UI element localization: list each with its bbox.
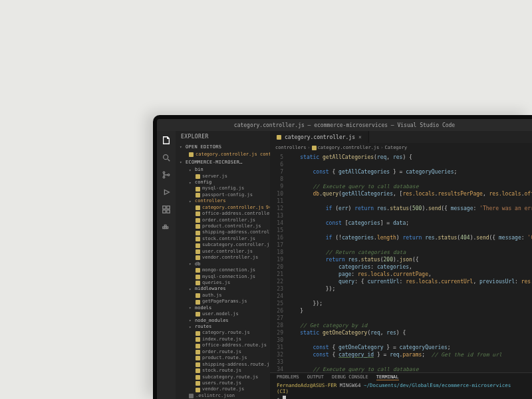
- chevron-down-icon: ▾: [189, 199, 193, 204]
- file-item[interactable]: product.route.js: [181, 355, 270, 361]
- terminal-line[interactable]: FernandoAdz@ASUS-FER MINGW64 ~/Documents…: [270, 382, 532, 395]
- chevron-down-icon: ▾: [189, 325, 193, 330]
- js-file-icon: [196, 174, 200, 179]
- js-file-icon: [312, 146, 317, 150]
- js-file-icon: [196, 362, 200, 367]
- file-item[interactable]: order.controller.js: [181, 217, 270, 223]
- breadcrumb-segment[interactable]: controllers: [275, 145, 306, 150]
- svg-point-2: [163, 176, 165, 178]
- file-item[interactable]: mysql-config.js: [181, 186, 270, 192]
- js-file-icon: [196, 211, 200, 216]
- panel-tab-debug-console[interactable]: DEBUG CONSOLE: [332, 374, 368, 380]
- open-editors-header[interactable]: ▾ OPEN EDITORS: [176, 143, 270, 152]
- breadcrumb[interactable]: controllers › category.controller.js › C…: [270, 143, 532, 152]
- js-file-icon: [196, 281, 200, 285]
- file-item[interactable]: index.route.js: [181, 336, 270, 342]
- chevron-down-icon: ▾: [189, 305, 193, 311]
- js-file-icon: [196, 243, 200, 248]
- file-item[interactable]: category.controller.js 9+: [181, 205, 270, 211]
- folder-item[interactable]: ▾models: [181, 305, 270, 311]
- file-item[interactable]: shipping-address.controller.js: [181, 229, 270, 235]
- js-file-icon: [196, 312, 200, 317]
- folder-item[interactable]: ▾db: [181, 261, 270, 267]
- svg-point-0: [164, 155, 168, 160]
- chevron-right-icon: ›: [380, 145, 383, 150]
- editor-tabbar: category.controller.js ×: [270, 131, 532, 143]
- js-file-icon: [196, 381, 200, 386]
- js-file-icon: [196, 224, 200, 229]
- js-file-icon: [196, 344, 200, 348]
- js-file-icon: [196, 268, 200, 273]
- js-file-icon: [196, 356, 200, 360]
- file-item[interactable]: vendor.controller.js: [181, 255, 270, 261]
- file-item[interactable]: user.controller.js: [181, 249, 270, 255]
- file-item[interactable]: server.js: [181, 174, 270, 180]
- file-item[interactable]: users.route.js: [181, 380, 270, 386]
- file-item[interactable]: stock.route.js: [181, 368, 270, 374]
- files-icon[interactable]: [161, 135, 172, 146]
- panel-tab-output[interactable]: OUTPUT: [307, 374, 324, 380]
- file-item[interactable]: subcategory.route.js: [181, 374, 270, 380]
- line-number-gutter: 5678910111213141516171819202122232425262…: [270, 152, 286, 372]
- file-item[interactable]: stock.controller.js: [181, 236, 270, 242]
- terminal-prompt[interactable]: $: [270, 395, 532, 399]
- activity-bar: [157, 131, 176, 399]
- git-icon[interactable]: [161, 170, 172, 180]
- breadcrumb-segment[interactable]: Category: [385, 145, 408, 150]
- file-item[interactable]: passport-config.js: [181, 192, 270, 198]
- js-file-icon: [196, 255, 200, 260]
- js-file-icon: [277, 135, 281, 140]
- file-item[interactable]: .eslintrc.json: [181, 393, 270, 399]
- file-item[interactable]: subcategory.controller.js: [181, 242, 270, 248]
- editor-tab[interactable]: category.controller.js ×: [270, 131, 369, 143]
- file-item[interactable]: shipping-address.route.js: [181, 362, 270, 368]
- file-item[interactable]: product.controller.js: [181, 223, 270, 229]
- js-file-icon: [196, 237, 200, 241]
- project-header[interactable]: ▾ ECOMMERCE-MICROSER…: [176, 158, 270, 167]
- file-item[interactable]: order.route.js: [181, 349, 270, 355]
- folder-item[interactable]: ▾node_modules: [181, 318, 270, 324]
- chevron-down-icon: ▾: [180, 144, 184, 150]
- svg-rect-6: [163, 210, 166, 213]
- js-file-icon: [196, 375, 200, 380]
- chevron-right-icon: ›: [307, 145, 310, 150]
- folder-item[interactable]: ▾config: [181, 180, 270, 186]
- window-titlebar: category.controller.js – ecommerce-micro…: [157, 119, 532, 131]
- file-item[interactable]: getPageParams.js: [181, 299, 270, 305]
- code-editor[interactable]: 5678910111213141516171819202122232425262…: [270, 152, 532, 372]
- js-file-icon: [196, 368, 200, 373]
- file-item[interactable]: mongo-connection.js: [181, 267, 270, 273]
- file-item[interactable]: queries.js: [181, 280, 270, 286]
- file-item[interactable]: category.route.js: [181, 330, 270, 336]
- file-item[interactable]: auth.js: [181, 293, 270, 299]
- js-file-icon: [196, 193, 200, 198]
- code-lines[interactable]: static getAllCategories(req, res) { cons…: [286, 152, 532, 372]
- file-item[interactable]: user.model.js: [181, 311, 270, 317]
- panel-tab-terminal[interactable]: TERMINAL: [376, 374, 399, 380]
- extensions-icon[interactable]: [161, 204, 172, 215]
- folder-item[interactable]: ▾middlewares: [181, 286, 270, 292]
- sidebar-title: EXPLORER: [176, 131, 270, 143]
- js-file-icon: [196, 337, 200, 342]
- docker-icon[interactable]: [161, 221, 172, 232]
- js-file-icon: [196, 331, 200, 336]
- folder-item[interactable]: ▾routes: [181, 324, 270, 330]
- debug-icon[interactable]: [161, 187, 172, 198]
- breadcrumb-segment[interactable]: category.controller.js: [318, 145, 380, 150]
- folder-item[interactable]: ▾bin: [181, 167, 270, 173]
- file-item[interactable]: vendor.route.js: [181, 386, 270, 392]
- file-item[interactable]: office-address.route.js: [181, 342, 270, 348]
- folder-item[interactable]: ▾controllers: [181, 198, 270, 204]
- open-editor-item[interactable]: category.controller.js controllers 9+: [181, 152, 270, 158]
- svg-rect-4: [163, 206, 166, 209]
- chevron-down-icon: ▾: [189, 168, 193, 173]
- js-file-icon: [196, 350, 200, 354]
- js-file-icon: [196, 275, 200, 279]
- svg-point-1: [163, 172, 165, 174]
- file-item[interactable]: mysql-connection.js: [181, 274, 270, 280]
- file-item[interactable]: office-address.controller.js: [181, 211, 270, 217]
- close-icon[interactable]: ×: [358, 134, 362, 140]
- panel-tab-problems[interactable]: PROBLEMS: [277, 374, 299, 380]
- js-file-icon: [196, 231, 200, 235]
- search-icon[interactable]: [161, 152, 172, 163]
